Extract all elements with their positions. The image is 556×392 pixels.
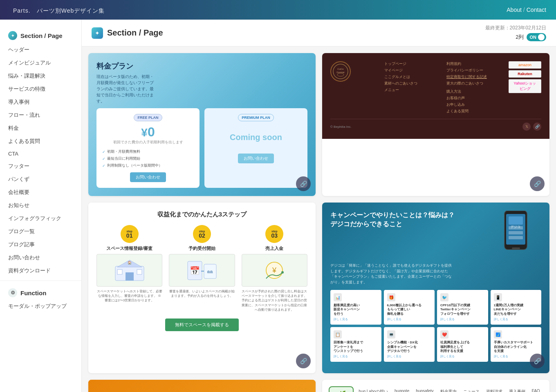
sidebar-item-problem[interactable]: 悩み・課題解決 — [0, 69, 81, 82]
hugmo-nav-4[interactable]: ニュース — [463, 389, 480, 392]
campaign-card-title-7: 手厚いカスタマーサポート自治体のオンライン化を支援 — [494, 341, 538, 353]
section-page-header: ✦ Section / Page — [0, 26, 81, 43]
campaign-card-link-0[interactable]: 詳しく見る — [334, 317, 378, 321]
campaign-card-title-5: シンプル機能・DX化企業キャンペーンをデジタルで行う — [387, 341, 432, 353]
hugmo-nav-6[interactable]: 導入事例 — [509, 389, 525, 392]
sidebar-item-cases[interactable]: 導入事例 — [0, 96, 81, 109]
sidebar-item-pricing[interactable]: 料金 — [0, 122, 81, 135]
step-2-num: 02 — [199, 233, 205, 238]
toggle-ball — [538, 34, 545, 40]
free-features: ✓初期・月額費用無料 ✓最短当日に利用開始 ✓利用制限なし（ベータ版期間中） — [102, 148, 194, 169]
hugmo-nav-1[interactable]: hugnote — [395, 389, 409, 392]
footer-dark-link-button[interactable]: 🔗 — [530, 176, 545, 191]
sidebar-item-blog-list[interactable]: ブログ一覧 — [0, 225, 81, 238]
footer-dark-content: CoCo Gourmet トップページ マイページ ここグルメとは 素材へのごあ… — [322, 53, 549, 139]
gear-icon: ⚙ — [8, 288, 17, 297]
free-price: ¥0 — [141, 125, 155, 140]
sidebar-item-mv[interactable]: メインビジュアル — [0, 56, 81, 69]
free-feature-2: ✓最短当日に利用開始 — [102, 155, 194, 162]
footer-link-transaction[interactable]: 特定商取引に関する記述 — [446, 74, 504, 80]
footer-logo-area: CoCo Gourmet — [330, 61, 379, 114]
sidebar-item-contact[interactable]: お問い合わせ — [0, 251, 81, 264]
campaign-header: キャンペーンでやりたいことは？悩みは？デジコだからできること デジコ — [330, 211, 541, 260]
yahoo-btn[interactable]: Yahoo!ショッピング — [509, 79, 541, 93]
nav-about[interactable]: About — [507, 7, 522, 13]
hugmo-nav-5[interactable]: 資料請求 — [486, 389, 502, 392]
card-footer-dark: CoCo Gourmet トップページ マイページ ここグルメとは 素材へのごあ… — [322, 53, 549, 196]
twitter-icon[interactable]: 𝕏 — [522, 122, 531, 131]
sidebar-item-infographic[interactable]: インフォグラフィック — [0, 212, 81, 225]
rakuten-btn[interactable]: Rakuten — [509, 70, 541, 78]
free-badge: FREE PLAN — [134, 114, 162, 121]
logo-text: Parts. — [13, 7, 31, 14]
svg-rect-20 — [509, 216, 523, 225]
sidebar-item-breadcrumb[interactable]: パンくず — [0, 173, 81, 186]
steps-grid: step 01 スペース情報登録/審査 — [96, 225, 307, 312]
amazon-btn[interactable]: amazon — [509, 61, 541, 69]
footer-link-faq[interactable]: よくある質問 — [446, 109, 504, 114]
sidebar-item-blog-article[interactable]: ブログ記事 — [0, 238, 81, 251]
sidebar-item-footer[interactable]: フッター — [0, 160, 81, 173]
hugmo-nav-7[interactable]: FAQ — [532, 389, 540, 392]
free-plan-btn[interactable]: お問い合わせ — [130, 172, 166, 182]
pricing-link-button[interactable]: 🔗 — [296, 176, 311, 191]
campaign-card-link-4[interactable]: 詳しく見る — [334, 354, 378, 359]
campaign-card-link-5[interactable]: 詳しく見る — [387, 354, 432, 359]
sidebar-item-features[interactable]: サービスの特徴 — [0, 82, 81, 96]
footer-link-terms[interactable]: 利用規約 — [446, 61, 504, 67]
nav-contact[interactable]: Contact — [527, 7, 546, 13]
footer-link-purchase[interactable]: 購入方法 — [446, 89, 504, 94]
campaign-card-icon-2: 🐦 — [440, 293, 448, 301]
campaign-card-6: ❤️ 社員満足度を上げる福利厚生として利用するを支援 詳しく見る — [437, 327, 488, 362]
campaign-phone-svg: デジコ — [500, 211, 537, 258]
columns-label: 2列 — [516, 33, 524, 41]
footer-link-menu[interactable]: メニュー — [384, 87, 442, 93]
step-3-title: 売上入金 — [265, 245, 283, 252]
footer-link-reviews[interactable]: お客様の声 — [446, 96, 504, 101]
step-2-badge: step 02 — [193, 225, 211, 243]
sidebar-item-cta[interactable]: CTA — [0, 148, 81, 160]
footer-link-about[interactable]: ここグルメとは — [384, 74, 442, 80]
footer-link-material[interactable]: 素材へのごあいさつ — [384, 81, 442, 86]
sidebar-item-faq[interactable]: よくある質問 — [0, 135, 81, 148]
link-icon[interactable]: 🔗 — [533, 122, 541, 131]
card-pricing: 料金プラン 現在はベータ版のため、初期・月額費用が発生しないフリープランのみご提… — [88, 53, 316, 196]
campaign-card-link-6[interactable]: 詳しく見る — [440, 354, 485, 359]
footer-link-mypage[interactable]: マイページ — [384, 68, 442, 73]
hugmo-nav-0[interactable]: hug Laboの想い — [359, 389, 388, 392]
footer-link-privacy[interactable]: プライバシーポリシー — [446, 68, 504, 73]
campaign-card-icon-6: ❤️ — [440, 330, 448, 339]
columns-toggle[interactable]: 2列 ON — [516, 33, 546, 41]
step-2: step 02 予約受付開始 📅 🏘 — [169, 225, 235, 312]
footer-link-top[interactable]: トップページ — [384, 61, 442, 67]
pricing-plans: FREE PLAN ¥0 初回でさた費分の入子初期利用を出します ✓初期・月額費… — [96, 108, 307, 188]
campaign-card-link-1[interactable]: 詳しく見る — [387, 317, 432, 321]
toggle-switch[interactable]: ON — [527, 33, 547, 41]
footer-link-inquiry[interactable]: 更大の際のごあいさつ — [446, 81, 504, 86]
hugmo-nav-2[interactable]: hugsafety — [416, 389, 433, 392]
step-1-desc: スペースマーケットへホスト登録して、必要な情報を入力し、審査の申請をします。 ※… — [96, 289, 162, 303]
steps-cta-button[interactable]: 無料でスペースを掲載する — [165, 318, 239, 331]
card-hugmo: 🌿 hugmo hug Laboの想い hugnote hugsafety 料金… — [322, 380, 549, 392]
hugmo-nav-3[interactable]: 料金案内 — [440, 389, 457, 392]
steps-link-button[interactable]: 🔗 — [296, 354, 311, 368]
sidebar-item-header[interactable]: ヘッダー — [0, 43, 81, 56]
step-1-title: スペース情報登録/審査 — [106, 245, 152, 252]
campaign-card-title-6: 社員満足度を上げる福利厚生として利用するを支援 — [440, 341, 485, 353]
orange-content: 決裁者同士だと、話が早い。 決裁者マッチング一筋８年 国内最大級の決裁者マッチン… — [88, 380, 316, 392]
premium-plan-btn[interactable]: お問い合わせ — [238, 154, 274, 163]
sidebar-item-flow[interactable]: フロー・流れ — [0, 109, 81, 122]
sidebar-item-modal[interactable]: モーダル・ポップアップ — [0, 300, 81, 313]
campaign-card-link-2[interactable]: 詳しく見る — [440, 317, 485, 321]
sidebar-item-news[interactable]: お知らせ — [0, 199, 81, 212]
footer-link-apply[interactable]: お申し込み — [446, 102, 504, 107]
campaign-card-link-3[interactable]: 詳しく見る — [494, 317, 538, 321]
site-logo[interactable]: Parts. パーツ別Webデザイン集 — [10, 4, 105, 15]
footer-copyright: © Bephilia Inc. — [330, 125, 352, 129]
sidebar-item-company[interactable]: 会社概要 — [0, 186, 81, 199]
campaign-card-title-3: 1週間1万人増の実績LINEキャンペーン友だちを増やす — [494, 303, 538, 316]
premium-plan-card: PREMIUM PLAN Coming soon お問い合わせ — [204, 108, 307, 188]
yen-symbol: ¥ — [141, 126, 148, 139]
sidebar-item-download[interactable]: 資料ダウンロード — [0, 264, 81, 277]
campaign-card-icon-0: 📊 — [334, 293, 342, 301]
